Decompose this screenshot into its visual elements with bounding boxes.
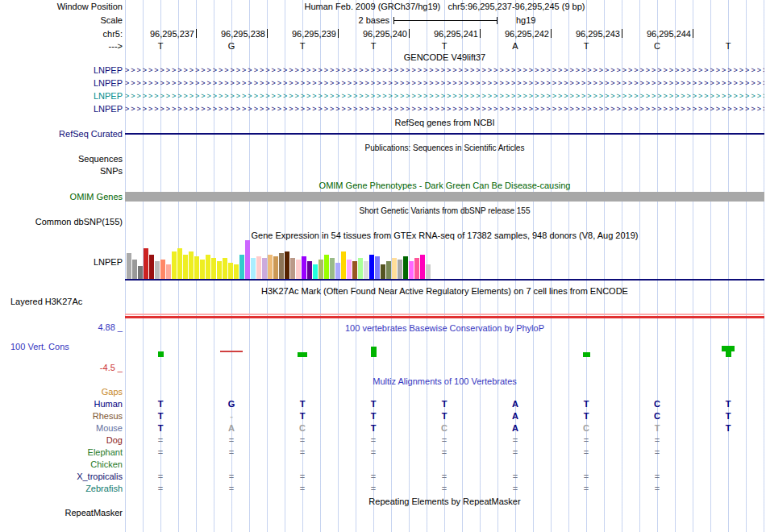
gtex-expression-bar[interactable]	[364, 261, 368, 279]
track-label-snps[interactable]: SNPs	[0, 166, 123, 177]
phylop-mark[interactable]	[722, 346, 735, 351]
gtex-expression-bar[interactable]	[160, 260, 165, 279]
h3k27ac-signal-strong[interactable]	[125, 316, 764, 318]
gtex-expression-bar[interactable]	[262, 258, 267, 279]
species-label[interactable]: Rhesus	[0, 411, 123, 422]
track-label-repeatmasker[interactable]: RepeatMasker	[0, 508, 123, 518]
gtex-expression-bar[interactable]	[228, 263, 233, 279]
track-label-lnpep[interactable]: LNPEP	[0, 91, 123, 102]
gene-transcript-line[interactable]: >>>>>>>>>>>>>>>>>>>>>>>>>>>>>>>>>>>>>>>>…	[125, 78, 764, 89]
phylop-mark[interactable]	[298, 352, 307, 357]
omim-gene-bar[interactable]	[125, 192, 764, 202]
gtex-expression-bar[interactable]	[307, 261, 312, 279]
gtex-expression-bar[interactable]	[290, 258, 295, 279]
gtex-expression-bar[interactable]	[127, 253, 131, 279]
gtex-expression-bar[interactable]	[420, 255, 425, 279]
species-label[interactable]: X_tropicalis	[0, 472, 123, 482]
track-label-lnpep[interactable]: LNPEP	[0, 104, 123, 114]
track-label-sequences[interactable]: Sequences	[0, 154, 123, 164]
gtex-expression-bar[interactable]	[206, 255, 210, 279]
track-label-lnpep[interactable]: LNPEP	[0, 78, 123, 89]
ruler-base-letter: T	[267, 41, 338, 52]
gtex-expression-bar[interactable]	[375, 256, 380, 279]
gtex-expression-bar[interactable]	[392, 258, 397, 279]
gtex-expression-bar[interactable]	[414, 258, 419, 279]
species-label[interactable]: Dog	[0, 435, 123, 446]
gtex-expression-bar[interactable]	[211, 258, 216, 279]
gtex-expression-bar[interactable]	[177, 248, 182, 279]
track-label-omim-genes[interactable]: OMIM Genes	[0, 192, 123, 202]
gtex-expression-bar[interactable]	[234, 264, 239, 279]
gtex-expression-bar[interactable]	[138, 266, 143, 279]
gtex-expression-bar[interactable]	[409, 261, 414, 279]
alignment-base: =	[338, 447, 409, 458]
track-label-100-vert-cons[interactable]: 100 Vert. Cons	[10, 342, 69, 352]
species-label[interactable]: Human	[0, 399, 123, 409]
gtex-expression-bar[interactable]	[256, 256, 261, 279]
gene-transcript-line[interactable]: >>>>>>>>>>>>>>>>>>>>>>>>>>>>>>>>>>>>>>>>…	[125, 91, 764, 102]
alignment-base: =	[409, 447, 480, 458]
gtex-expression-bar[interactable]	[403, 256, 408, 279]
refseq-gene-line[interactable]	[125, 133, 764, 135]
species-label[interactable]: Mouse	[0, 423, 123, 434]
track-label-gtex-gene[interactable]: LNPEP	[0, 257, 123, 268]
gtex-expression-bar[interactable]	[144, 248, 148, 279]
gtex-expression-bar[interactable]	[381, 264, 385, 279]
gene-transcript-line[interactable]: >>>>>>>>>>>>>>>>>>>>>>>>>>>>>>>>>>>>>>>>…	[125, 65, 764, 76]
h3k27ac-signal-light[interactable]	[125, 314, 764, 315]
gtex-expression-bar[interactable]	[398, 260, 402, 279]
gtex-expression-bar[interactable]	[279, 253, 284, 279]
gtex-expression-bar[interactable]	[183, 255, 188, 279]
track-label-common-dbsnp[interactable]: Common dbSNP(155)	[0, 217, 123, 227]
gtex-expression-bar[interactable]	[251, 258, 256, 279]
gtex-expression-bar[interactable]	[132, 260, 137, 279]
phylop-max-value: 4.88 _	[0, 322, 123, 333]
phylop-mark[interactable]	[158, 351, 164, 357]
gtex-expression-bar[interactable]	[223, 258, 227, 279]
gtex-expression-bar[interactable]	[200, 260, 205, 279]
gtex-expression-bar[interactable]	[285, 251, 289, 279]
gtex-expression-bar[interactable]	[341, 251, 346, 279]
gtex-expression-bar[interactable]	[302, 256, 306, 279]
gtex-expression-bar[interactable]	[155, 261, 160, 279]
gtex-expression-bar[interactable]	[296, 260, 301, 279]
gtex-expression-bar[interactable]	[268, 255, 273, 279]
phylop-mark[interactable]	[220, 351, 243, 352]
ruler-base-letter: T	[551, 41, 622, 52]
gtex-expression-bar[interactable]	[313, 264, 318, 279]
gtex-expression-bar[interactable]	[324, 255, 329, 279]
track-label-refseq-curated[interactable]: RefSeq Curated	[0, 129, 123, 139]
gtex-expression-bar[interactable]	[318, 260, 323, 279]
gene-transcript-line[interactable]: >>>>>>>>>>>>>>>>>>>>>>>>>>>>>>>>>>>>>>>>…	[125, 104, 764, 114]
alignment-base: =	[338, 435, 409, 446]
phylop-mark[interactable]	[583, 352, 590, 357]
alignment-base: T	[338, 399, 409, 409]
gtex-expression-bar[interactable]	[217, 261, 222, 279]
phylop-mark[interactable]	[726, 351, 731, 357]
gtex-expression-bar[interactable]	[172, 251, 177, 279]
gtex-expression-bar[interactable]	[369, 255, 374, 279]
gtex-expression-bar[interactable]	[245, 240, 250, 279]
gtex-expression-bar[interactable]	[352, 261, 357, 279]
track-label-lnpep[interactable]: LNPEP	[0, 65, 123, 76]
phylop-mark[interactable]	[371, 347, 377, 357]
track-label-layered-h3k27ac[interactable]: Layered H3K27Ac	[10, 297, 82, 307]
gtex-expression-bar[interactable]	[194, 256, 199, 279]
species-label[interactable]: Zebrafish	[0, 484, 123, 494]
gtex-expression-bar[interactable]	[347, 260, 352, 279]
gtex-expression-bar[interactable]	[358, 258, 363, 279]
gtex-expression-bar[interactable]	[239, 255, 244, 279]
gtex-expression-bar[interactable]	[386, 261, 391, 279]
track-label-gaps[interactable]: Gaps	[0, 387, 123, 397]
gtex-expression-bar[interactable]	[166, 264, 171, 279]
gtex-baseline	[125, 279, 764, 281]
gtex-expression-bar[interactable]	[273, 256, 278, 279]
scale-bar-tick-right	[497, 17, 497, 24]
gtex-expression-bar[interactable]	[149, 255, 154, 279]
gtex-expression-bar[interactable]	[189, 251, 194, 279]
gtex-expression-bar[interactable]	[335, 263, 340, 279]
species-label[interactable]: Chicken	[0, 459, 123, 470]
gtex-expression-bar[interactable]	[330, 258, 335, 279]
gtex-expression-bar[interactable]	[426, 264, 431, 279]
species-label[interactable]: Elephant	[0, 447, 123, 458]
